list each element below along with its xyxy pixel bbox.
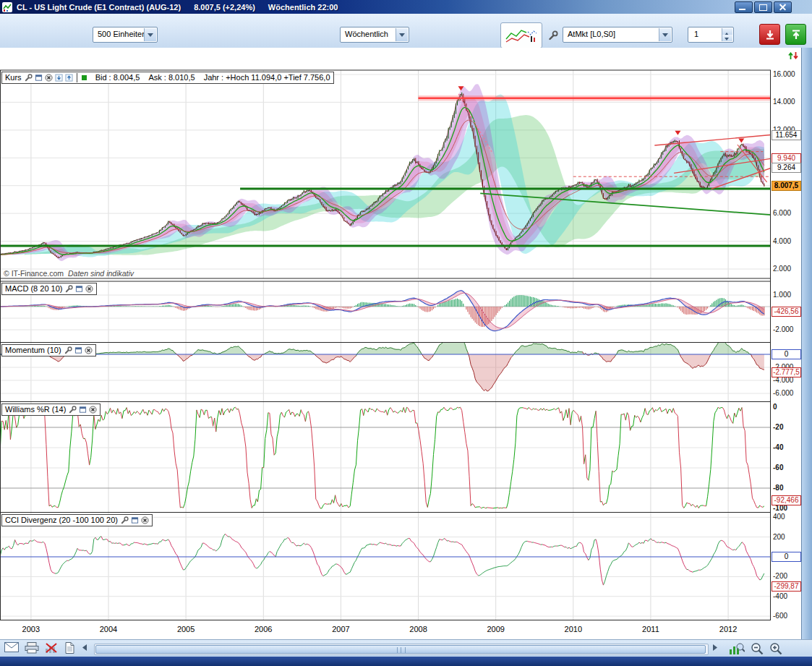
axis-tick: -80 — [773, 484, 783, 492]
axis-price-tag: 8.007,5 — [772, 181, 801, 191]
wrench-icon[interactable] — [545, 27, 561, 43]
move-up-icon[interactable] — [65, 74, 73, 82]
timeframe-dropdown[interactable]: Wöchentlich — [340, 27, 409, 43]
minimize-button[interactable] — [735, 1, 753, 13]
main-toolbar: 500 Einheiten Wöchentlich AtMkt [L0,S0] … — [0, 14, 812, 48]
quantity-value: 1 — [694, 30, 698, 38]
window-icon[interactable] — [35, 74, 43, 82]
watermark: © IT-Finance.comDaten sind indikativ — [4, 269, 134, 278]
axis-tick: 200 — [773, 533, 785, 542]
scroll-right-button[interactable] — [711, 644, 719, 652]
buy-button[interactable] — [785, 24, 806, 45]
axis-price-tag: 0 — [772, 552, 801, 562]
app-icon — [2, 2, 12, 12]
mail-icon[interactable] — [4, 642, 19, 652]
zoom-out-icon[interactable] — [751, 642, 764, 655]
timeframe-dropdown-value: Wöchentlich — [345, 30, 388, 38]
stepper-up-icon[interactable] — [722, 28, 732, 35]
sell-button[interactable] — [759, 24, 780, 45]
close-icon[interactable] — [85, 285, 93, 293]
price-axis: 16.00014.00012.0006.0004.0002.0001.000-2… — [771, 48, 801, 639]
close-icon[interactable] — [45, 74, 53, 82]
scrollbar-grip — [397, 647, 406, 653]
axis-tick: 0 — [773, 403, 777, 411]
wrench-icon[interactable] — [64, 346, 72, 354]
time-axis: 2003200420052006200720082009201020112012 — [0, 622, 771, 638]
axis-tick: 14.000 — [773, 98, 795, 106]
order-type-dropdown[interactable]: AtMkt [L0,S0] — [563, 27, 672, 43]
watermark-note: Daten sind indikativ — [68, 269, 134, 278]
horizontal-scrollbar[interactable] — [94, 644, 709, 655]
axis-tick: -40 — [773, 443, 783, 452]
window-icon[interactable] — [74, 346, 82, 354]
stepper-down-icon[interactable] — [722, 35, 732, 41]
compare-arrows-icon[interactable] — [787, 50, 800, 63]
zoom-chart-icon[interactable] — [729, 642, 745, 655]
window-bottom-edge — [0, 657, 812, 666]
x-axis-year-label: 2008 — [408, 625, 429, 633]
x-axis-year-label: 2006 — [252, 625, 274, 633]
x-axis-year-label: 2007 — [330, 625, 351, 633]
panel-label-williams: Williams %R (14) — [5, 405, 66, 414]
close-button[interactable] — [774, 1, 792, 13]
x-axis-year-label: 2010 — [563, 625, 584, 633]
scrollbar-thumb[interactable] — [95, 645, 706, 654]
titlebar-timeframe: Wöchentlich 22:00 — [268, 3, 338, 12]
close-icon[interactable] — [141, 516, 149, 524]
axis-price-tag: 11.654 — [772, 130, 801, 140]
right-scroll-strip[interactable] — [801, 48, 812, 657]
axis-tick: -200 — [773, 572, 787, 581]
axis-tick: 4.000 — [773, 237, 791, 246]
chevron-down-icon — [659, 28, 671, 41]
titlebar-quote: 8.007,5 (+2,24%) — [194, 3, 255, 12]
close-icon[interactable] — [85, 346, 93, 354]
axis-tick: 400 — [773, 513, 785, 521]
quote-info: Bid : 8.004,5 Ask : 8.010,5 Jahr : +Hoch… — [77, 73, 330, 82]
panel-label-macd: MACD (8 20 10) — [5, 284, 62, 294]
axis-price-tag: -2.777,5 — [772, 367, 801, 377]
panel-label-kurs: Kurs — [5, 73, 22, 82]
print-icon[interactable] — [25, 642, 39, 654]
scroll-left-button[interactable] — [81, 644, 88, 652]
maximize-button[interactable] — [754, 1, 772, 13]
axis-tick: 16.000 — [773, 70, 795, 79]
close-icon[interactable] — [89, 406, 97, 414]
wrench-icon[interactable] — [69, 406, 77, 414]
page-icon[interactable] — [65, 642, 74, 654]
x-axis-year-label: 2012 — [717, 625, 739, 633]
chart-canvas[interactable] — [0, 48, 771, 639]
chart-style-button[interactable] — [500, 22, 542, 48]
panel-label-momentum: Momentum (10) — [5, 346, 61, 355]
wrench-icon[interactable] — [65, 285, 73, 293]
axis-price-tag: -92,466 — [772, 495, 801, 505]
watermark-brand: © IT-Finance.com — [4, 269, 64, 278]
axis-price-tag: 9.264 — [772, 163, 801, 173]
x-axis-year-label: 2003 — [20, 625, 42, 633]
window-icon[interactable] — [79, 406, 87, 414]
titlebar: CL - US Light Crude (E1 Contract) (AUG-1… — [0, 0, 812, 14]
window-icon[interactable] — [131, 516, 139, 524]
x-axis-year-label: 2009 — [485, 625, 507, 633]
x-axis-year-label: 2005 — [175, 625, 197, 633]
bid-value: Bid : 8.004,5 — [95, 73, 140, 82]
window-controls — [735, 1, 792, 13]
wrench-icon[interactable] — [25, 74, 33, 82]
window-title: CL - US Light Crude (E1 Contract) (AUG-1… — [17, 3, 181, 12]
axis-tick: 1.000 — [773, 291, 791, 299]
chart-style-icon — [505, 26, 538, 45]
hide-chart-icon[interactable] — [45, 642, 58, 654]
axis-tick: 6.000 — [773, 209, 791, 218]
zoom-in-icon[interactable] — [769, 642, 782, 655]
panel-header-cci: CCI Divergenz (20 -100 100 20) — [1, 514, 153, 526]
panel-header-williams: Williams %R (14) — [1, 404, 101, 416]
move-down-icon[interactable] — [55, 74, 63, 82]
window-icon[interactable] — [75, 285, 83, 293]
wrench-icon[interactable] — [121, 516, 129, 524]
panel-header-momentum: Momentum (10) — [1, 344, 96, 357]
units-dropdown-value: 500 Einheiten — [98, 30, 146, 38]
axis-tick: -2.000 — [773, 325, 793, 334]
units-dropdown[interactable]: 500 Einheiten — [93, 27, 158, 43]
buy-arrow-icon — [790, 29, 802, 40]
axis-price-tag: 9.940 — [772, 153, 801, 163]
quantity-stepper[interactable]: 1 — [688, 27, 734, 43]
